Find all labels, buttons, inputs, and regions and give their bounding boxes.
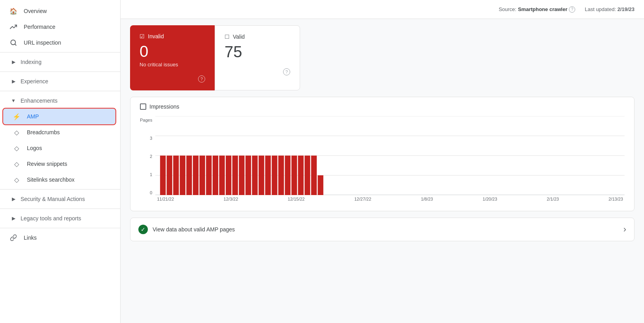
last-updated-label: Last updated: bbox=[585, 6, 616, 12]
sidebar-item-label: Links bbox=[24, 235, 37, 241]
valid-checkbox-icon: ☐ bbox=[225, 34, 230, 40]
breadcrumbs-icon: ◇ bbox=[13, 128, 21, 136]
last-updated-value: 2/19/23 bbox=[618, 6, 635, 12]
x-label-6: 2/1/23 bbox=[547, 197, 559, 201]
svg-line-1 bbox=[15, 44, 16, 45]
x-label-2: 12/15/22 bbox=[288, 197, 305, 201]
sidebar-item-label: Breadcrumbs bbox=[27, 129, 60, 135]
x-label-1: 12/3/22 bbox=[224, 197, 238, 201]
source-label: Source: bbox=[499, 6, 516, 12]
invalid-help-icon[interactable]: ? bbox=[198, 75, 205, 83]
y-value-2: 2 bbox=[140, 154, 152, 159]
x-label-3: 12/27/22 bbox=[354, 197, 371, 201]
sidebar-item-performance[interactable]: Performance bbox=[0, 19, 115, 35]
bar-22 bbox=[298, 156, 304, 195]
chevron-right-icon: ▶ bbox=[9, 58, 17, 66]
sidebar-section-enhancements[interactable]: ▼ Enhancements bbox=[0, 93, 120, 109]
source-name: Smartphone crawler bbox=[518, 6, 567, 12]
bar-8 bbox=[206, 156, 212, 195]
valid-number: 75 bbox=[225, 43, 290, 60]
y-value-3: 3 bbox=[140, 136, 152, 141]
chart-section: Impressions Pages 3 2 1 0 bbox=[130, 97, 635, 211]
search-icon bbox=[9, 39, 17, 47]
sidebar-item-label: Logos bbox=[27, 145, 42, 151]
bar-13 bbox=[239, 156, 244, 195]
divider-4 bbox=[0, 189, 120, 190]
bar-5 bbox=[187, 156, 192, 195]
sidebar-item-sitelinks-searchbox[interactable]: ◇ Sitelinks searchbox bbox=[3, 172, 115, 188]
amp-icon: ⚡ bbox=[13, 113, 21, 120]
invalid-card: ☑ Invalid 0 No critical issues ? bbox=[130, 25, 215, 90]
topbar-help-icon[interactable]: ? bbox=[569, 6, 575, 13]
invalid-card-footer: ? bbox=[140, 75, 205, 83]
chevron-right-icon-leg: ▶ bbox=[9, 214, 17, 222]
y-value-0: 0 bbox=[140, 190, 152, 195]
chart-area: 1 11/21/22 12/3/22 12/15/22 12/27/22 1/8… bbox=[155, 116, 625, 201]
topbar: Source: Smartphone crawler ? Last update… bbox=[121, 0, 644, 19]
sidebar-item-links[interactable]: Links bbox=[0, 230, 115, 246]
sidebar-section-legacy[interactable]: ▶ Legacy tools and reports bbox=[0, 210, 120, 226]
invalid-subtitle: No critical issues bbox=[140, 62, 205, 68]
sitelinks-icon: ◇ bbox=[13, 176, 21, 184]
sidebar-item-label: Sitelinks searchbox bbox=[27, 177, 75, 183]
source-info: Source: Smartphone crawler ? bbox=[499, 6, 575, 13]
bar-21 bbox=[291, 156, 297, 195]
bar-17 bbox=[265, 156, 271, 195]
divider-5 bbox=[0, 208, 120, 209]
divider-1 bbox=[0, 52, 120, 53]
bottom-card-left: ✓ View data about valid AMP pages bbox=[138, 225, 235, 234]
legacy-label: Legacy tools and reports bbox=[21, 215, 81, 222]
sidebar-item-label: Performance bbox=[24, 24, 55, 30]
x-label-4: 1/8/23 bbox=[421, 197, 433, 201]
bar-7 bbox=[200, 156, 205, 195]
bar-16 bbox=[259, 156, 264, 195]
trending-up-icon bbox=[9, 23, 17, 31]
sidebar-section-indexing[interactable]: ▶ Indexing bbox=[0, 54, 120, 70]
impressions-label: Impressions bbox=[149, 103, 179, 110]
sidebar-section-security[interactable]: ▶ Security & Manual Actions bbox=[0, 191, 120, 207]
impressions-checkbox[interactable] bbox=[140, 103, 146, 110]
invalid-label: Invalid bbox=[148, 33, 164, 39]
bar-9 bbox=[213, 156, 218, 195]
invalid-number: 0 bbox=[140, 43, 205, 60]
main-content: Source: Smartphone crawler ? Last update… bbox=[121, 0, 644, 323]
links-icon bbox=[9, 234, 17, 242]
security-label: Security & Manual Actions bbox=[21, 196, 85, 202]
sidebar-item-logos[interactable]: ◇ Logos bbox=[3, 140, 115, 156]
sidebar-item-overview[interactable]: 🏠 Overview bbox=[0, 3, 115, 19]
x-axis-labels: 11/21/22 12/3/22 12/15/22 12/27/22 1/8/2… bbox=[155, 197, 625, 201]
chart-header: Impressions bbox=[140, 103, 625, 110]
sidebar-section-experience[interactable]: ▶ Experience bbox=[0, 73, 120, 89]
valid-help-icon[interactable]: ? bbox=[283, 68, 290, 75]
sidebar-item-breadcrumbs[interactable]: ◇ Breadcrumbs bbox=[3, 124, 115, 140]
divider-2 bbox=[0, 71, 120, 72]
x-label-0: 11/21/22 bbox=[157, 197, 174, 201]
status-cards: ☑ Invalid 0 No critical issues ? ☐ Valid… bbox=[130, 25, 300, 90]
bar-10 bbox=[219, 156, 225, 195]
view-valid-amp-card[interactable]: ✓ View data about valid AMP pages › bbox=[130, 218, 635, 241]
sidebar-item-url-inspection[interactable]: URL inspection bbox=[0, 35, 115, 51]
bar-24 bbox=[311, 156, 317, 195]
bar-last bbox=[318, 175, 323, 195]
last-updated: Last updated: 2/19/23 bbox=[585, 6, 635, 12]
bar-12 bbox=[232, 156, 238, 195]
divider-3 bbox=[0, 91, 120, 91]
chart-svg: 1 bbox=[155, 116, 625, 195]
x-label-5: 1/20/23 bbox=[483, 197, 497, 201]
logos-icon: ◇ bbox=[13, 144, 21, 152]
bar-19 bbox=[278, 156, 284, 195]
indexing-label: Indexing bbox=[21, 59, 42, 65]
invalid-card-header: ☑ Invalid bbox=[140, 33, 205, 39]
bar-15 bbox=[252, 156, 258, 195]
y-label-pages: Pages bbox=[140, 118, 152, 122]
sidebar-item-review-snippets[interactable]: ◇ Review snippets bbox=[3, 156, 115, 172]
sidebar-item-label: Overview bbox=[24, 8, 47, 14]
valid-card-footer: ? bbox=[225, 68, 290, 75]
sidebar-item-amp[interactable]: ⚡ AMP bbox=[3, 109, 115, 124]
chevron-right-icon: › bbox=[623, 224, 626, 235]
sidebar-item-label: URL inspection bbox=[24, 39, 61, 46]
content-area: ☑ Invalid 0 No critical issues ? ☐ Valid… bbox=[121, 19, 644, 248]
sidebar-item-label: AMP bbox=[27, 113, 39, 120]
valid-label: Valid bbox=[233, 34, 245, 40]
enhancements-label: Enhancements bbox=[21, 98, 57, 104]
